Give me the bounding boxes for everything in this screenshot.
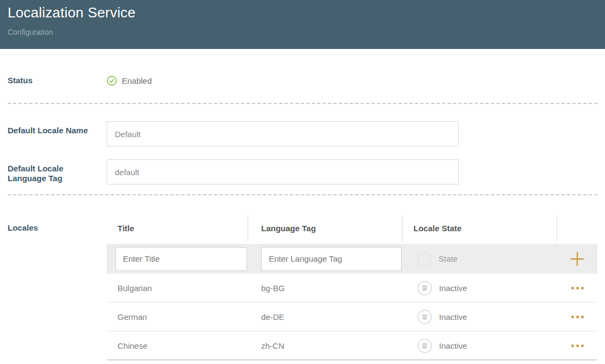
page-title: Localization Service xyxy=(8,4,596,21)
locales-table: Title Language Tag Locale State State xyxy=(107,215,597,360)
inactive-state-icon xyxy=(417,281,432,295)
status-row: Status Enabled xyxy=(8,76,597,86)
row-menu-button[interactable] xyxy=(570,341,585,350)
default-locale-name-label: Default Locale Name xyxy=(8,121,89,135)
locale-title: Chinese xyxy=(107,341,248,350)
state-toggle-icon[interactable] xyxy=(417,252,431,266)
ellipsis-icon xyxy=(571,316,574,318)
locale-state-text: Inactive xyxy=(439,283,467,293)
table-row: Bulgarian bg-BG Inactive xyxy=(107,274,597,303)
locale-tag: bg-BG xyxy=(248,283,403,293)
inactive-state-icon xyxy=(417,338,432,353)
locale-tag: zh-CN xyxy=(248,341,403,350)
plus-icon xyxy=(569,251,585,267)
default-locale-tag-label: Default Locale Language Tag xyxy=(8,159,89,183)
default-locale-tag-row: Default Locale Language Tag xyxy=(8,159,597,184)
default-locale-name-input[interactable] xyxy=(107,121,459,146)
status-text: Enabled xyxy=(122,76,152,85)
ellipsis-icon xyxy=(571,344,574,347)
table-row: German de-DE Inactive xyxy=(107,303,597,331)
page-header: Localization Service Configuration xyxy=(0,0,605,49)
page-subtitle: Configuration xyxy=(8,28,596,36)
table-row: Chinese zh-CN Inactive xyxy=(107,331,597,360)
locales-table-header: Title Language Tag Locale State xyxy=(107,215,597,242)
state-toggle-label: State xyxy=(439,254,458,263)
new-locale-title-input[interactable] xyxy=(115,247,247,271)
column-header-locale-state: Locale State xyxy=(403,215,557,242)
default-locale-name-row: Default Locale Name xyxy=(8,121,597,146)
enabled-check-icon xyxy=(107,76,117,86)
status-value: Enabled xyxy=(107,76,152,86)
default-locale-tag-input[interactable] xyxy=(107,159,459,184)
add-locale-button[interactable] xyxy=(568,250,587,268)
section-divider xyxy=(8,194,597,195)
locale-title: German xyxy=(107,312,248,322)
row-menu-button[interactable] xyxy=(570,283,585,293)
locale-title: Bulgarian xyxy=(107,283,248,293)
ellipsis-icon xyxy=(571,287,574,289)
locale-state-text: Inactive xyxy=(439,341,467,350)
add-locale-row: State xyxy=(107,244,597,274)
locales-section: Locales Title Language Tag Locale State … xyxy=(8,215,597,360)
inactive-state-icon xyxy=(417,310,432,324)
locale-tag: de-DE xyxy=(248,312,403,322)
locale-state-text: Inactive xyxy=(439,312,467,322)
column-header-title: Title xyxy=(107,215,248,242)
section-divider xyxy=(8,103,597,104)
column-header-actions xyxy=(557,215,597,242)
row-menu-button[interactable] xyxy=(570,312,585,322)
column-header-language-tag: Language Tag xyxy=(248,215,403,242)
status-label: Status xyxy=(8,76,89,85)
new-locale-tag-input[interactable] xyxy=(261,247,402,271)
configuration-panel: Status Enabled Default Locale Name Defau… xyxy=(0,76,605,360)
locales-label: Locales xyxy=(8,215,89,233)
